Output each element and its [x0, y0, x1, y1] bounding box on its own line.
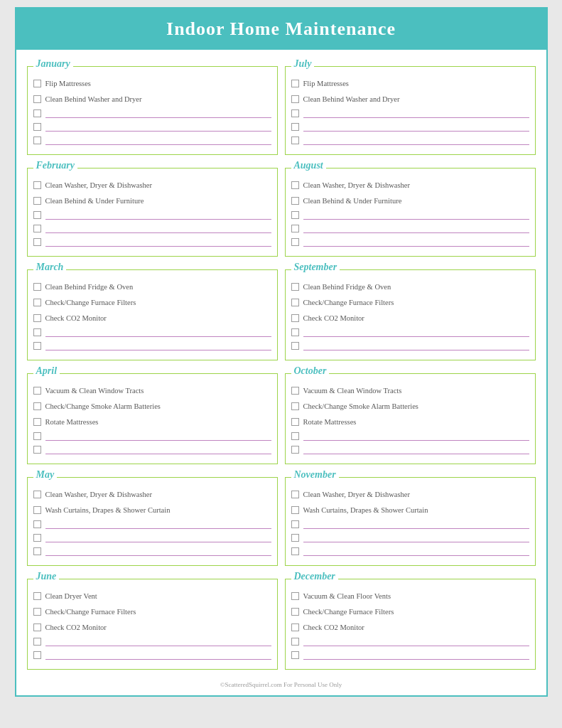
checkbox-icon[interactable] [33, 238, 41, 246]
blank-task-line[interactable] [291, 122, 529, 132]
task-item[interactable]: Check CO2 Monitor [291, 311, 529, 324]
checkbox-icon[interactable] [33, 418, 41, 426]
task-item[interactable]: Clean Behind & Under Furniture [291, 194, 529, 207]
checkbox-icon[interactable] [33, 109, 41, 117]
blank-task-line[interactable] [291, 108, 529, 118]
checkbox-icon[interactable] [33, 387, 41, 395]
blank-task-line[interactable] [33, 650, 271, 660]
checkbox-icon[interactable] [33, 651, 41, 659]
blank-task-line[interactable] [291, 327, 529, 337]
checkbox-icon[interactable] [33, 136, 41, 144]
checkbox-icon[interactable] [33, 491, 41, 498]
blank-task-line[interactable] [33, 444, 271, 454]
checkbox-icon[interactable] [291, 534, 299, 542]
checkbox-icon[interactable] [291, 387, 299, 395]
checkbox-icon[interactable] [33, 123, 41, 131]
task-item[interactable]: Vacuum & Clean Window Tracts [33, 384, 271, 397]
task-item[interactable]: Check/Change Furnace Filters [291, 296, 529, 309]
blank-task-line[interactable] [33, 431, 271, 441]
checkbox-icon[interactable] [33, 299, 41, 306]
blank-task-line[interactable] [291, 135, 529, 145]
task-item[interactable]: Clean Behind Washer and Dryer [33, 92, 271, 105]
task-item[interactable]: Check/Change Furnace Filters [291, 605, 529, 618]
checkbox-icon[interactable] [291, 211, 299, 219]
task-item[interactable]: Clean Behind & Under Furniture [33, 194, 271, 207]
task-item[interactable]: Clean Washer, Dryer & Dishwasher [291, 178, 529, 191]
task-item[interactable]: Vacuum & Clean Window Tracts [291, 384, 529, 397]
blank-task-line[interactable] [33, 135, 271, 145]
checkbox-icon[interactable] [33, 342, 41, 350]
checkbox-icon[interactable] [291, 80, 299, 87]
checkbox-icon[interactable] [33, 95, 41, 103]
task-item[interactable]: Wash Curtains, Drapes & Shower Curtain [33, 503, 271, 516]
checkbox-icon[interactable] [291, 446, 299, 454]
checkbox-icon[interactable] [291, 328, 299, 336]
blank-task-line[interactable] [291, 546, 529, 556]
blank-task-line[interactable] [33, 327, 271, 337]
blank-task-line[interactable] [33, 237, 271, 247]
checkbox-icon[interactable] [33, 534, 41, 542]
task-item[interactable]: Clean Behind Fridge & Oven [291, 280, 529, 293]
checkbox-icon[interactable] [33, 314, 41, 322]
checkbox-icon[interactable] [291, 299, 299, 306]
checkbox-icon[interactable] [33, 402, 41, 410]
checkbox-icon[interactable] [291, 181, 299, 189]
checkbox-icon[interactable] [291, 547, 299, 555]
task-item[interactable]: Clean Washer, Dryer & Dishwasher [33, 488, 271, 500]
blank-task-line[interactable] [291, 341, 529, 350]
checkbox-icon[interactable] [291, 608, 299, 616]
checkbox-icon[interactable] [291, 623, 299, 631]
checkbox-icon[interactable] [291, 520, 299, 528]
blank-task-line[interactable] [33, 546, 271, 556]
blank-task-line[interactable] [33, 341, 271, 350]
task-item[interactable]: Clean Washer, Dryer & Dishwasher [33, 178, 271, 191]
blank-task-line[interactable] [33, 519, 271, 529]
checkbox-icon[interactable] [291, 651, 299, 659]
blank-task-line[interactable] [33, 108, 271, 118]
checkbox-icon[interactable] [291, 225, 299, 232]
checkbox-icon[interactable] [291, 238, 299, 246]
blank-task-line[interactable] [291, 431, 529, 441]
task-item[interactable]: Check/Change Smoke Alarm Batteries [291, 400, 529, 412]
blank-task-line[interactable] [33, 122, 271, 132]
task-item[interactable]: Check CO2 Monitor [33, 621, 271, 633]
checkbox-icon[interactable] [291, 283, 299, 291]
task-item[interactable]: Flip Mattresses [291, 77, 529, 90]
blank-task-line[interactable] [291, 636, 529, 646]
checkbox-icon[interactable] [291, 109, 299, 117]
checkbox-icon[interactable] [33, 638, 41, 646]
checkbox-icon[interactable] [291, 491, 299, 498]
checkbox-icon[interactable] [291, 402, 299, 410]
task-item[interactable]: Check CO2 Monitor [33, 311, 271, 324]
blank-task-line[interactable] [291, 223, 529, 233]
blank-task-line[interactable] [33, 532, 271, 542]
checkbox-icon[interactable] [291, 506, 299, 514]
checkbox-icon[interactable] [33, 608, 41, 616]
task-item[interactable]: Flip Mattresses [33, 77, 271, 90]
checkbox-icon[interactable] [291, 95, 299, 103]
blank-task-line[interactable] [33, 210, 271, 220]
task-item[interactable]: Check/Change Furnace Filters [33, 605, 271, 618]
task-item[interactable]: Check/Change Furnace Filters [33, 296, 271, 309]
blank-task-line[interactable] [291, 650, 529, 660]
checkbox-icon[interactable] [291, 314, 299, 322]
task-item[interactable]: Check CO2 Monitor [291, 621, 529, 633]
checkbox-icon[interactable] [33, 283, 41, 291]
checkbox-icon[interactable] [291, 418, 299, 426]
checkbox-icon[interactable] [33, 592, 41, 600]
checkbox-icon[interactable] [291, 197, 299, 205]
blank-task-line[interactable] [291, 237, 529, 247]
blank-task-line[interactable] [291, 519, 529, 529]
checkbox-icon[interactable] [33, 80, 41, 87]
checkbox-icon[interactable] [33, 547, 41, 555]
checkbox-icon[interactable] [291, 342, 299, 350]
blank-task-line[interactable] [291, 210, 529, 220]
blank-task-line[interactable] [33, 223, 271, 233]
checkbox-icon[interactable] [33, 446, 41, 454]
checkbox-icon[interactable] [33, 432, 41, 440]
checkbox-icon[interactable] [291, 638, 299, 646]
checkbox-icon[interactable] [33, 197, 41, 205]
task-item[interactable]: Rotate Mattresses [33, 415, 271, 428]
checkbox-icon[interactable] [291, 432, 299, 440]
task-item[interactable]: Clean Dryer Vent [33, 589, 271, 602]
